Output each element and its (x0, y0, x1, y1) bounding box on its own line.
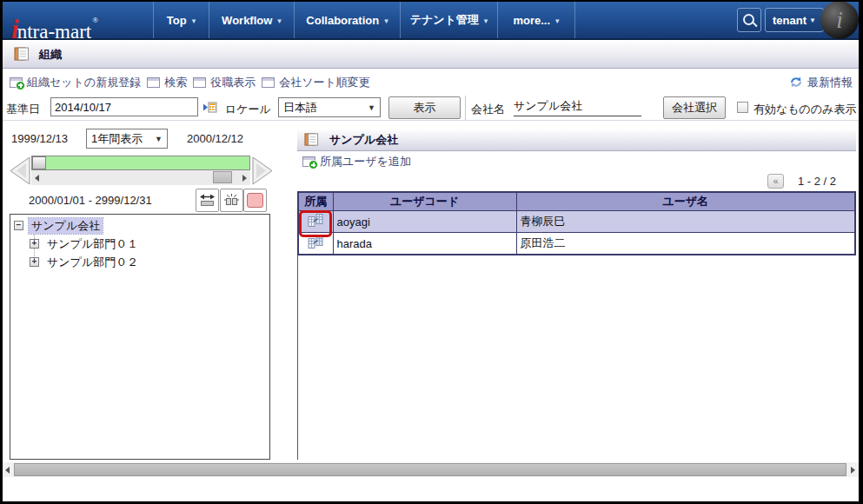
page-title: 組織 (39, 40, 62, 69)
locale-label: ロケール (225, 102, 271, 117)
period-slider-track[interactable] (31, 156, 250, 170)
add-user-link[interactable]: 所属ユーザを追加 (302, 154, 411, 169)
chevron-down-icon: ▾ (277, 17, 282, 25)
chevron-down-icon: ▼ (368, 103, 375, 112)
user-name-cell: 青柳辰巳 (516, 211, 855, 233)
period-scrollbar-thumb[interactable] (213, 171, 232, 183)
position-display-link[interactable]: 役職表示 (193, 75, 256, 90)
divider (465, 96, 466, 120)
pink-chip-icon (247, 193, 263, 208)
new-window-icon (302, 156, 315, 167)
affiliation-transfer-icon[interactable] (308, 235, 323, 249)
tree-node-dept02: + サンプル部門０２ (30, 254, 141, 270)
tree-expand-toggle[interactable]: + (30, 257, 39, 267)
document-icon (14, 46, 30, 62)
detail-title: サンプル会社 (329, 129, 398, 150)
prev-page-button[interactable]: « (767, 174, 784, 189)
company-name-value: サンプル会社 (514, 98, 641, 116)
nav-item-more[interactable]: more...▾ (497, 2, 575, 38)
scroll-right-icon[interactable] (242, 175, 247, 182)
period-end-date: 2000/12/12 (187, 132, 243, 145)
tree-node-root: − サンプル会社 (14, 217, 103, 234)
window-icon (262, 77, 275, 88)
calendar-picker-icon[interactable] (202, 101, 217, 114)
table-header-row: 所属 ユーザコード ユーザ名 (298, 192, 855, 211)
chevron-down-icon: ▾ (484, 17, 488, 25)
refresh-icon (789, 76, 803, 89)
nav-item-collaboration[interactable]: Collaboration▾ (294, 2, 400, 38)
nav-menu: Top▾ Workflow▾ Collaboration▾ テナント管理▾ mo… (153, 2, 575, 38)
detail-header-bar: サンプル会社 (297, 129, 856, 151)
header-affiliation: 所属 (298, 192, 333, 211)
header-user-name: ユーザ名 (516, 192, 855, 211)
intra-mart-badge-icon[interactable]: i (820, 2, 859, 39)
page-title-bar: 組織 (3, 40, 859, 69)
intra-mart-logo[interactable]: intra-mart® (11, 2, 98, 38)
chevron-down-icon: ▼ (155, 135, 163, 143)
valid-only-checkbox[interactable] (737, 102, 748, 113)
period-range-text: 2000/01/01 - 2999/12/31 (29, 194, 152, 207)
window-icon (147, 77, 160, 88)
table-row[interactable]: harada 原田浩二 (298, 233, 855, 255)
company-select-button[interactable]: 会社選択 (663, 96, 726, 119)
document-icon (304, 132, 319, 147)
pagination-info: 1 - 2 / 2 (798, 175, 836, 188)
company-label: 会社名 (471, 102, 505, 117)
tree-collapse-toggle[interactable]: − (14, 221, 23, 230)
tree-node-label-dept01[interactable]: サンプル部門０１ (44, 236, 141, 252)
org-tree-panel: − サンプル会社 + サンプル部門０１ + サンプル部門０２ (10, 214, 270, 460)
header-user-code: ユーザコード (333, 192, 516, 211)
search-button[interactable] (737, 8, 761, 32)
fit-width-button[interactable] (196, 189, 219, 212)
chevron-down-icon: ▾ (192, 17, 196, 25)
valid-only-label: 有効なもののみ表示 (753, 102, 857, 117)
show-button[interactable]: 表示 (388, 96, 461, 119)
tree-expand-toggle[interactable]: + (30, 239, 39, 249)
color-toggle-button[interactable] (243, 189, 267, 212)
tree-node-label-dept02[interactable]: サンプル部門０２ (44, 255, 141, 270)
new-org-set-link[interactable]: 組織セットの新規登録 (10, 75, 141, 90)
company-sort-link[interactable]: 会社ソート順変更 (262, 75, 370, 90)
period-range-select[interactable]: 1年間表示▼ (86, 129, 168, 149)
locale-select[interactable]: 日本語▼ (278, 97, 381, 117)
detail-action-row: 所属ユーザを追加 (297, 151, 856, 172)
new-window-icon (10, 77, 23, 88)
horizontal-scrollbar-thumb[interactable] (14, 463, 846, 476)
plus-icon (309, 160, 318, 169)
chevron-down-icon: ▼ (809, 17, 816, 24)
base-date-label: 基準日 (6, 102, 40, 117)
tree-node-label-root[interactable]: サンプル会社 (29, 218, 103, 234)
period-slider-handle[interactable] (32, 156, 46, 169)
search-link[interactable]: 検索 (147, 75, 187, 90)
base-date-input[interactable] (50, 97, 198, 116)
affiliation-transfer-icon[interactable] (308, 213, 323, 228)
resize-width-icon (199, 193, 216, 208)
table-row[interactable]: aoyagi 青柳辰巳 (298, 211, 855, 233)
horizontal-scrollbar[interactable] (3, 462, 859, 477)
chevron-down-icon: ▾ (555, 17, 560, 25)
refresh-link[interactable]: 最新情報 (789, 70, 853, 95)
registered-mark: ® (92, 16, 98, 24)
affiliation-cell (298, 211, 333, 233)
scroll-left-icon[interactable] (35, 175, 39, 182)
nav-item-tenant-admin[interactable]: テナント管理▾ (400, 2, 497, 38)
nav-item-top[interactable]: Top▾ (153, 2, 209, 38)
slider-step-right-button[interactable] (251, 155, 275, 187)
collapse-button[interactable] (220, 189, 243, 212)
chevron-down-icon: ▾ (384, 17, 388, 25)
period-start-date: 1999/12/13 (11, 132, 68, 145)
tenant-dropdown[interactable]: tenant▼ (765, 8, 824, 32)
collapse-icon (223, 193, 240, 208)
user-code-cell: aoyagi (333, 211, 516, 233)
plus-icon (16, 81, 25, 90)
nav-item-workflow[interactable]: Workflow▾ (209, 2, 294, 38)
window-icon (193, 77, 206, 88)
divider (297, 255, 298, 460)
user-table: 所属 ユーザコード ユーザ名 aoyagi 青柳辰巳 (297, 191, 856, 255)
tree-node-dept01: + サンプル部門０１ (30, 235, 141, 252)
user-code-cell: harada (333, 233, 516, 255)
period-scrollbar[interactable] (31, 170, 250, 185)
slider-step-left-button[interactable] (8, 155, 31, 187)
scroll-right-icon[interactable] (851, 467, 855, 474)
scroll-left-icon[interactable] (5, 467, 10, 474)
